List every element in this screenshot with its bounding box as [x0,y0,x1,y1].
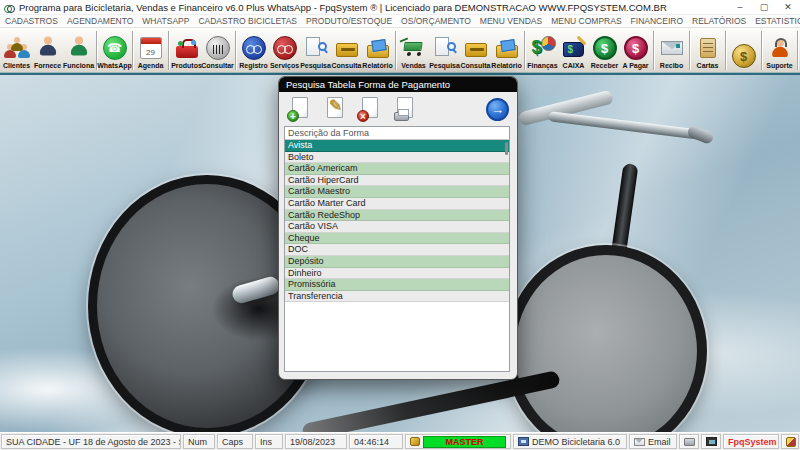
maximize-button[interactable] [752,0,776,14]
search-doc-icon [431,34,459,62]
menu-produto-estoque[interactable]: PRODUTO/ESTOQUE [306,16,392,26]
toolbar-separator [132,31,133,70]
status-location: SUA CIDADE - UF 18 de Agosto de 2023 - S… [1,434,181,449]
list-item[interactable]: Cartão HiperCard [285,175,509,187]
application-window: Programa para Bicicletaria, Vendas e Fin… [0,0,800,450]
toolbar-button-fornecedor[interactable]: Fornece [32,29,63,72]
menu-relatorios[interactable]: RELATÓRIOS [692,16,746,26]
toolbar-separator [168,31,169,70]
toolbar-label: Clientes [3,62,30,70]
list-item[interactable]: Cartão Marter Card [285,198,509,210]
supplier-icon [34,34,62,62]
toolbar-button-cartas[interactable]: Cartas [692,29,723,72]
menu-cadastro-bicicletas[interactable]: CADASTRO BICICLETAS [198,16,297,26]
payment-forms-list[interactable]: Descrição da Forma Avista Boleto Cartão … [284,126,510,372]
toolbar-button-servicos[interactable]: Serviços [269,29,300,72]
toolbar-button-consulta-vendas[interactable]: Consulta [460,29,491,72]
edit-record-button[interactable] [322,95,348,123]
delete-record-button[interactable] [357,95,383,123]
print-list-button[interactable] [392,95,418,123]
list-scrollbar-thumb[interactable] [505,142,508,155]
toolbar-label: A Pagar [622,62,648,70]
menu-bar: CADASTROS AGENDAMENTO WHATSAPP CADASTRO … [0,15,800,28]
list-item[interactable]: Cartão RedeShop [285,210,509,222]
menu-vendas[interactable]: MENU VENDAS [480,16,542,26]
list-item[interactable]: DOC [285,244,509,256]
user-key-icon [410,437,420,446]
toolbar-button-agenda[interactable]: Agenda [135,29,166,72]
dialog-title-bar[interactable]: Pesquisa Tabela Forma de Pagamento [279,77,517,92]
toolbar-label: Produtos [171,62,202,70]
toolbar-separator [653,31,654,70]
toolbar-button-caixa[interactable]: CAIXA [558,29,589,72]
toolbar-button-funcionario[interactable]: Funciona [63,29,94,72]
toolbar-button-registro[interactable]: Registro [238,29,269,72]
status-brand: FpqSystem [723,434,779,449]
toolbar-button-relatorio-vendas[interactable]: Relatório [491,29,522,72]
menu-whatsapp[interactable]: WHATSAPP [142,16,189,26]
list-item[interactable]: Cartão Maestro [285,186,509,198]
status-monitor-panel[interactable] [701,434,721,449]
list-item[interactable]: Dinheiro [285,268,509,280]
status-bar: SUA CIDADE - UF 18 de Agosto de 2023 - S… [0,432,800,450]
cart-icon [400,34,428,62]
toolbar-button-pesquisa-vendas[interactable]: Pesquisa [429,29,460,72]
barcode-icon [204,34,232,62]
toolbar-separator [761,31,762,70]
toolbar-button-receber[interactable]: Receber [589,29,620,72]
drawer-icon [462,34,490,62]
monitor-icon [706,437,717,446]
toolbar-button-clientes[interactable]: Clientes [1,29,32,72]
add-record-button[interactable] [287,95,313,123]
toolbar-button-apagar[interactable]: A Pagar [620,29,651,72]
list-item[interactable]: Promissória [285,279,509,291]
toolbar-button-consulta-os[interactable]: Consulta [331,29,362,72]
toolbar-button-financas[interactable]: Finanças [527,29,558,72]
toolbar-label: Pesquisa [429,62,460,70]
bicycle-handlebar [548,111,710,141]
employee-icon [65,34,93,62]
status-user-panel: MASTER [405,434,511,449]
toolbar-button-relatorio-os[interactable]: Relatório [362,29,393,72]
list-item[interactable]: Cartão Americam [285,163,509,175]
toolbar-button-consultar-produtos[interactable]: Consultar [202,29,233,72]
menu-agendamento[interactable]: AGENDAMENTO [67,16,133,26]
list-column-header[interactable]: Descrição da Forma [285,127,509,140]
list-item[interactable]: Cheque [285,233,509,245]
minimize-button[interactable] [728,0,752,14]
list-item[interactable]: Boleto [285,152,509,164]
toolbar-label: Consulta [332,62,362,70]
menu-financeiro[interactable]: FINANCEIRO [631,16,683,26]
menu-estatistica[interactable]: ESTATISTICA [755,16,800,26]
toolbar-button-whatsapp[interactable]: WhatsApp [99,29,130,72]
toolbar-button-moeda[interactable] [728,29,759,72]
toolbar-label: CAIXA [563,62,585,70]
close-button[interactable] [776,0,800,14]
list-item[interactable]: Depósito [285,256,509,268]
toolbar-button-produtos[interactable]: Produtos [171,29,202,72]
list-item[interactable]: Transferencia [285,291,509,303]
toolbar-button-pesquisa-os[interactable]: Pesquisa [300,29,331,72]
menu-os-orcamento[interactable]: OS/ORÇAMENTO [401,16,471,26]
cashbook-icon [560,34,588,62]
status-printer-panel[interactable] [679,434,699,449]
bicycle-front-wheel [505,245,707,432]
status-email-panel[interactable]: Email [629,434,677,449]
toolbar-button-recibo[interactable]: Recibo [656,29,687,72]
toolbar-label: Consultar [201,62,234,70]
forward-close-button[interactable] [486,98,509,121]
title-bar: Programa para Bicicletaria, Vendas e Fin… [0,0,800,15]
toolbar-button-suporte[interactable]: Suporte [764,29,795,72]
status-num-lock: Num [183,434,215,449]
window-title: Programa para Bicicletaria, Vendas e Fin… [19,2,724,13]
status-insert: Ins [255,434,283,449]
window-controls [728,0,800,14]
menu-cadastros[interactable]: CADASTROS [5,16,58,26]
products-toolbox-icon [173,34,201,62]
toolbar-label: WhatsApp [97,62,132,70]
list-item-selected[interactable]: Avista [285,140,509,152]
toolbar-label: Registro [239,62,267,70]
menu-compras[interactable]: MENU COMPRAS [551,16,621,26]
list-item[interactable]: Cartão VISA [285,221,509,233]
toolbar-button-vendas[interactable]: Vendas [398,29,429,72]
